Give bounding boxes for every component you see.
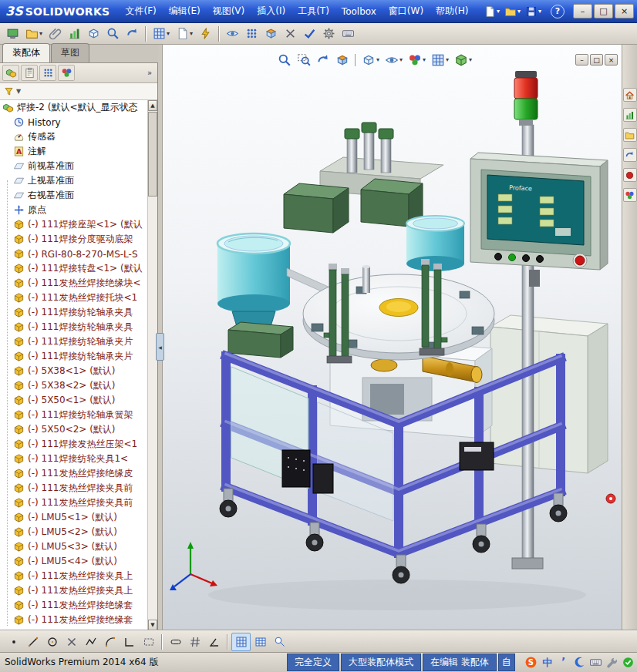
dropdown-caret[interactable]: ▾ <box>469 57 472 63</box>
menu-help[interactable]: 帮助(H) <box>430 2 474 21</box>
sketch-corner-rectangle-tool[interactable] <box>120 633 139 651</box>
propertymanager-tab[interactable] <box>21 65 38 81</box>
dropdown-caret[interactable]: ▾ <box>497 8 500 15</box>
tree-item[interactable]: (-) 111焊接转盘<1> (默认 <box>0 261 147 276</box>
fullwidth-mode-icon[interactable] <box>573 656 586 669</box>
tree-item[interactable]: (-) 111发热丝焊接夹具前 <box>0 496 147 510</box>
hmi-control-panel[interactable]: Proface <box>470 153 608 287</box>
tree-item[interactable]: (-) 111发热丝焊接绝缘套 <box>0 598 147 613</box>
sketch-point-tool[interactable] <box>4 633 23 651</box>
electrical-box-right[interactable] <box>460 442 494 470</box>
sketch-slot-tool[interactable] <box>166 633 185 651</box>
tree-item[interactable]: (-) 111焊接发热丝压架<1 <box>0 437 147 452</box>
panel-button-green[interactable] <box>509 254 516 261</box>
tree-item[interactable]: 注解 <box>0 144 147 159</box>
design-library-tab[interactable] <box>623 108 637 122</box>
tree-item[interactable]: (-) 111发热丝焊接夹具上 <box>0 583 147 598</box>
displaymanager-tab[interactable] <box>58 65 75 81</box>
tree-item[interactable]: (-) LMU5<4> (默认) <box>0 554 147 569</box>
notification-icon[interactable] <box>606 494 615 503</box>
featuremanager-tab[interactable] <box>2 65 19 81</box>
soft-keyboard-icon[interactable] <box>589 656 602 669</box>
quick-snapshot-button[interactable] <box>196 25 215 43</box>
scroll-thumb[interactable] <box>148 112 157 197</box>
dropdown-caret[interactable]: ▾ <box>446 57 449 63</box>
antivirus-tray-icon[interactable] <box>622 656 635 669</box>
tree-item[interactable]: (-) LMU5<3> (默认) <box>0 539 147 554</box>
resources-tab[interactable] <box>623 88 637 102</box>
emergency-stop-button[interactable] <box>575 256 585 265</box>
menu-file[interactable]: 文件(F) <box>119 2 162 21</box>
doc-close-button[interactable]: × <box>605 54 618 66</box>
save-button[interactable]: ▾ <box>523 4 544 19</box>
display-style-button[interactable]: ▾ <box>359 51 382 69</box>
tree-item[interactable]: (-) 111焊接纺轮轴承夹片 <box>0 349 147 364</box>
view-settings-button[interactable] <box>3 25 22 43</box>
panel-button-black-3[interactable] <box>537 256 544 263</box>
tree-item[interactable]: 右视基准面 <box>0 188 147 203</box>
tree-item[interactable]: 传感器 <box>0 129 147 144</box>
tab-sketch[interactable]: 草图 <box>51 43 89 62</box>
tree-item[interactable]: 前视基准面 <box>0 159 147 173</box>
appearances-tab[interactable] <box>623 168 637 182</box>
tree-item[interactable]: (-) 5X50<2> (默认) <box>0 422 147 437</box>
section-view-button[interactable] <box>333 51 352 69</box>
zoom-area-button[interactable] <box>295 51 313 69</box>
tree-item[interactable]: (-) 111发热丝焊接夹具上 <box>0 569 147 583</box>
insert-component-button[interactable]: ▾ <box>150 25 173 43</box>
tree-item[interactable]: History <box>0 115 147 129</box>
dropdown-caret[interactable]: ▾ <box>39 31 42 37</box>
restore-button[interactable]: □ <box>594 4 613 18</box>
tree-scrollbar[interactable]: ▲ ▼ <box>147 100 157 630</box>
menu-edit[interactable]: 编辑(E) <box>163 2 207 21</box>
minimize-button[interactable]: – <box>573 4 592 18</box>
sketch-polyline-tool[interactable] <box>81 633 100 651</box>
tree-item[interactable]: (-) 111焊接纺轮轴承夹片 <box>0 334 147 349</box>
tree-item[interactable]: (-) LMU5<1> (默认) <box>0 510 147 525</box>
tree-item[interactable]: (-) 111焊接分度驱动底架 <box>0 232 147 247</box>
dropdown-caret[interactable]: ▾ <box>538 8 541 15</box>
tree-item[interactable]: (-) 111发热丝焊接夹具前 <box>0 481 147 496</box>
component-preview-button[interactable] <box>84 25 103 43</box>
verify-button[interactable] <box>300 25 319 43</box>
menu-insert[interactable]: 插入(I) <box>251 2 292 21</box>
tree-item[interactable]: (-) 5X50<1> (默认) <box>0 393 147 408</box>
previous-view-button[interactable] <box>314 51 332 69</box>
tree-item[interactable]: (-) 111焊接纺轮夹具1< <box>0 452 147 466</box>
tree-item[interactable]: (-) LMU5<2> (默认) <box>0 525 147 539</box>
input-settings-icon[interactable] <box>605 656 618 669</box>
help-button[interactable]: ? <box>551 5 565 18</box>
open-recent-button[interactable]: ▾ <box>22 25 46 43</box>
signal-tower[interactable] <box>514 71 538 126</box>
panel-button-black-1[interactable] <box>495 254 502 260</box>
tree-item[interactable]: (-) 111焊接座架<1> (默认 <box>0 217 147 232</box>
menu-tools[interactable]: 工具(T) <box>292 2 335 21</box>
tree-item[interactable]: (-) 5X38<2> (默认) <box>0 378 147 393</box>
hide-show-items-button[interactable]: ▾ <box>383 51 405 69</box>
macro-button[interactable] <box>339 25 358 43</box>
tab-assembly[interactable]: 装配体 <box>2 43 50 62</box>
open-document-button[interactable]: ▾ <box>502 4 523 19</box>
chinese-mode-icon[interactable] <box>541 656 554 669</box>
configurationmanager-tab[interactable] <box>39 65 56 81</box>
balloon-tool[interactable] <box>270 633 289 651</box>
reload-button[interactable] <box>123 25 142 43</box>
dropdown-caret[interactable]: ▾ <box>399 57 403 63</box>
file-explorer-tab[interactable] <box>623 128 637 142</box>
dropdown-caret[interactable]: ▾ <box>167 31 170 37</box>
menu-view[interactable]: 视图(V) <box>207 2 251 21</box>
panel-collapse-handle[interactable]: ◀ <box>156 333 164 361</box>
tree-item[interactable]: (-) RGI-80-8-270-MS-L-S <box>0 247 147 261</box>
graphics-viewport[interactable]: Proface <box>163 45 622 630</box>
apply-scene-button[interactable]: ▾ <box>429 51 451 69</box>
view-orientation-button[interactable]: ▾ <box>452 51 474 69</box>
view-palette-tab[interactable] <box>623 148 637 162</box>
tree-item[interactable]: (-) 5X38<1> (默认) <box>0 364 147 378</box>
vibratory-feeder-drive[interactable] <box>284 123 443 233</box>
interference-check-button[interactable] <box>281 25 300 43</box>
close-button[interactable]: × <box>615 4 634 18</box>
menu-window[interactable]: 窗口(W) <box>383 2 430 21</box>
tree-item[interactable]: (-) 111发热丝焊接绝缘块< <box>0 276 147 291</box>
panel-button-black-2[interactable] <box>523 255 530 262</box>
tree-item[interactable]: (-) 111发热丝焊接绝缘套 <box>0 613 147 627</box>
